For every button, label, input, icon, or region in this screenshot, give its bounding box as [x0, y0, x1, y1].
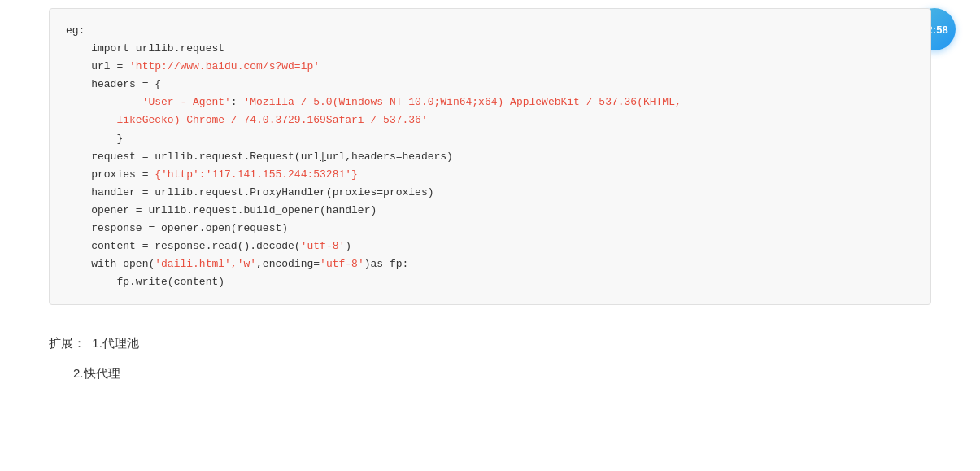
code-opener: opener = urllib.request.build_opener(han… — [66, 202, 914, 220]
code-user-agent-1: 'User - Agent': 'Mozilla / 5.0(Windows N… — [66, 94, 914, 111]
code-response: response = opener.open(request) — [66, 220, 914, 238]
expand-item-2: 2.快代理 — [49, 360, 931, 386]
code-proxies: proxies = {'http':'117.141.155.244:53281… — [66, 166, 914, 184]
code-url: url = 'http://www.baidu.com/s?wd=ip' — [66, 58, 914, 76]
code-headers-open: headers = { — [66, 76, 914, 94]
code-import: import urllib.request — [66, 40, 914, 58]
expand-label: 扩展： 1.代理池 — [49, 329, 931, 356]
code-handler: handler = urllib.request.ProxyHandler(pr… — [66, 184, 914, 202]
code-fp-write: fp.write(content) — [66, 273, 914, 291]
code-user-agent-2: likeGecko) Chrome / 74.0.3729.169Safari … — [66, 111, 914, 129]
code-content: content = response.read().decode('utf-8'… — [66, 238, 914, 255]
code-request: request = urllib.request.Request(url|url… — [66, 148, 914, 166]
code-eg-label: eg: — [66, 22, 914, 40]
code-with-open: with open('daili.html','w',encoding='utf… — [66, 255, 914, 273]
code-headers-close: } — [66, 130, 914, 148]
main-content: 02:58 eg: import urllib.request url = 'h… — [0, 0, 980, 403]
expand-section: 扩展： 1.代理池 2.快代理 — [0, 321, 980, 395]
code-block: eg: import urllib.request url = 'http://… — [49, 8, 931, 305]
